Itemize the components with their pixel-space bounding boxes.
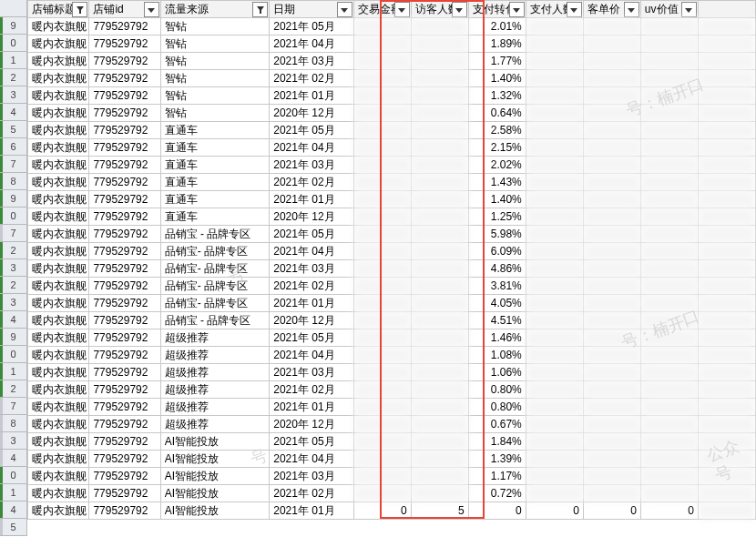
cell-shop-id[interactable]: 779529792	[89, 364, 160, 381]
cell-source[interactable]: AI智能投放	[160, 468, 270, 485]
cell-payers[interactable]	[526, 364, 583, 381]
cell-uv-value[interactable]	[640, 105, 698, 122]
cell-conversion[interactable]: 2.58%	[468, 122, 526, 139]
cell-date[interactable]: 2021年 05月	[270, 433, 353, 451]
cell-uv-value[interactable]	[640, 122, 698, 139]
cell-shop-id[interactable]: 779529792	[89, 139, 160, 157]
cell-amount[interactable]	[353, 278, 411, 295]
cell-unit-price[interactable]	[583, 53, 640, 70]
cell-visitors[interactable]	[411, 157, 468, 174]
cell-source[interactable]: AI智能投放	[160, 451, 270, 468]
cell-source[interactable]: 智钻	[160, 70, 270, 87]
cell-date[interactable]: 2021年 02月	[270, 278, 353, 295]
cell-source[interactable]: 超级推荐	[160, 364, 270, 381]
cell-conversion[interactable]: 2.01%	[468, 18, 526, 35]
cell-amount[interactable]	[353, 295, 411, 312]
cell-shop-name[interactable]: 暖内衣旗舰	[28, 243, 89, 260]
col-header-f[interactable]: 访客人数	[411, 1, 468, 18]
cell-extra[interactable]	[698, 208, 755, 226]
cell-source[interactable]: 智钻	[160, 87, 270, 105]
cell-unit-price[interactable]	[583, 70, 640, 87]
cell-unit-price[interactable]	[583, 174, 640, 191]
cell-source[interactable]: 智钻	[160, 53, 270, 70]
cell-shop-id[interactable]: 779529792	[89, 260, 160, 278]
cell-uv-value[interactable]	[640, 329, 698, 347]
cell-unit-price[interactable]	[583, 260, 640, 278]
cell-date[interactable]: 2021年 05月	[270, 18, 353, 35]
cell-unit-price[interactable]	[583, 399, 640, 416]
cell-uv-value[interactable]	[640, 35, 698, 53]
cell-conversion[interactable]: 0.67%	[468, 416, 526, 433]
col-header-h[interactable]: 支付人数	[526, 1, 583, 18]
cell-payers[interactable]	[526, 174, 583, 191]
cell-date[interactable]: 2020年 12月	[270, 208, 353, 226]
cell-conversion[interactable]: 4.51%	[468, 312, 526, 329]
cell-extra[interactable]	[698, 329, 755, 347]
cell-conversion[interactable]: 1.32%	[468, 87, 526, 105]
cell-amount[interactable]: 0	[353, 502, 411, 520]
cell-shop-name[interactable]: 暖内衣旗舰	[28, 347, 89, 364]
row-number[interactable]: 7	[0, 398, 27, 415]
cell-date[interactable]: 2021年 01月	[270, 191, 353, 208]
cell-unit-price[interactable]	[583, 347, 640, 364]
row-number[interactable]: 9	[0, 190, 27, 208]
cell-uv-value[interactable]	[640, 364, 698, 381]
row-number[interactable]: 3	[0, 432, 27, 450]
cell-payers[interactable]	[526, 122, 583, 139]
cell-unit-price[interactable]	[583, 278, 640, 295]
cell-extra[interactable]	[698, 364, 755, 381]
cell-date[interactable]: 2021年 02月	[270, 174, 353, 191]
cell-date[interactable]: 2021年 05月	[270, 329, 353, 347]
cell-visitors[interactable]	[411, 174, 468, 191]
col-header-a[interactable]: 店铺标题	[28, 1, 89, 18]
cell-extra[interactable]	[698, 468, 755, 485]
cell-shop-name[interactable]: 暖内衣旗舰	[28, 18, 89, 35]
cell-uv-value[interactable]	[640, 70, 698, 87]
cell-conversion[interactable]: 1.40%	[468, 70, 526, 87]
cell-shop-id[interactable]: 779529792	[89, 329, 160, 347]
row-number[interactable]: 3	[0, 294, 27, 311]
cell-visitors[interactable]	[411, 87, 468, 105]
cell-shop-id[interactable]: 779529792	[89, 347, 160, 364]
cell-source[interactable]: AI智能投放	[160, 485, 270, 502]
row-number[interactable]: 5	[0, 121, 27, 138]
row-number[interactable]: 9	[0, 329, 27, 346]
row-number[interactable]: 3	[0, 259, 27, 277]
cell-date[interactable]: 2021年 04月	[270, 243, 353, 260]
cell-visitors[interactable]	[411, 122, 468, 139]
filter-dropdown-icon[interactable]	[394, 2, 410, 17]
col-header-e[interactable]: 交易金额	[353, 1, 411, 18]
cell-shop-name[interactable]: 暖内衣旗舰	[28, 139, 89, 157]
cell-amount[interactable]	[353, 468, 411, 485]
cell-shop-name[interactable]: 暖内衣旗舰	[28, 35, 89, 53]
cell-uv-value[interactable]	[640, 18, 698, 35]
cell-shop-id[interactable]: 779529792	[89, 174, 160, 191]
cell-payers[interactable]	[526, 312, 583, 329]
cell-amount[interactable]	[353, 208, 411, 226]
cell-amount[interactable]	[353, 174, 411, 191]
cell-extra[interactable]	[698, 433, 755, 451]
cell-shop-name[interactable]: 暖内衣旗舰	[28, 329, 89, 347]
cell-conversion[interactable]: 5.98%	[468, 226, 526, 243]
cell-source[interactable]: 超级推荐	[160, 347, 270, 364]
cell-unit-price[interactable]	[583, 243, 640, 260]
cell-source[interactable]: 直通车	[160, 208, 270, 226]
cell-unit-price[interactable]	[583, 295, 640, 312]
cell-shop-name[interactable]: 暖内衣旗舰	[28, 433, 89, 451]
cell-date[interactable]: 2021年 05月	[270, 226, 353, 243]
col-header-j[interactable]: uv价值	[640, 1, 698, 18]
cell-source[interactable]: 智钻	[160, 35, 270, 53]
cell-uv-value[interactable]	[640, 157, 698, 174]
cell-unit-price[interactable]: 0	[583, 502, 640, 520]
cell-shop-id[interactable]: 779529792	[89, 485, 160, 502]
cell-visitors[interactable]	[411, 70, 468, 87]
cell-conversion[interactable]: 1.08%	[468, 347, 526, 364]
cell-conversion[interactable]: 3.81%	[468, 278, 526, 295]
cell-unit-price[interactable]	[583, 381, 640, 399]
col-header-c[interactable]: 流量来源	[160, 1, 270, 18]
cell-shop-id[interactable]: 779529792	[89, 208, 160, 226]
cell-unit-price[interactable]	[583, 18, 640, 35]
filter-dropdown-icon[interactable]	[509, 2, 525, 17]
cell-shop-id[interactable]: 779529792	[89, 416, 160, 433]
cell-amount[interactable]	[353, 226, 411, 243]
